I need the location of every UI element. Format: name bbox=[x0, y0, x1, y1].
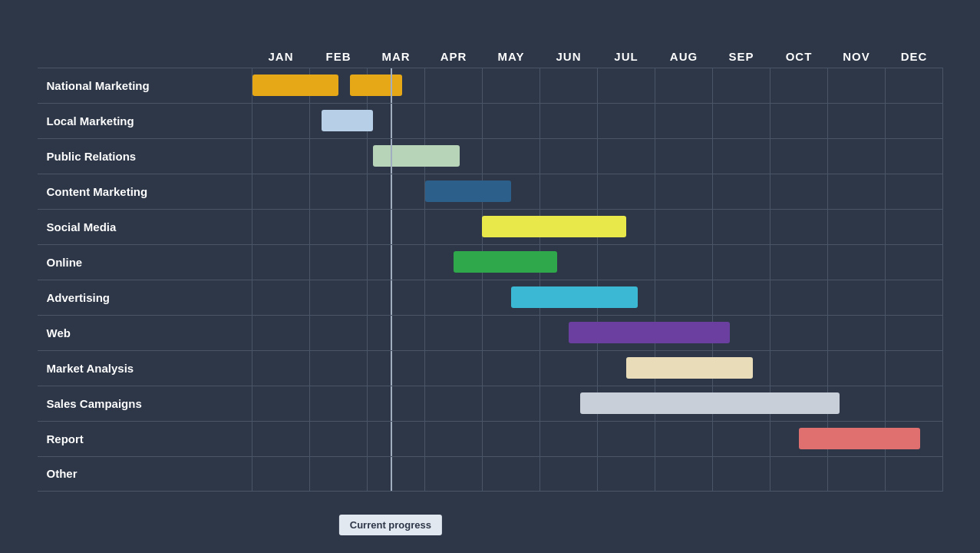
grid-cell bbox=[886, 316, 943, 350]
row-grid bbox=[252, 104, 943, 138]
grid-cell bbox=[252, 457, 310, 491]
grid-cell bbox=[483, 386, 540, 421]
grid-cell bbox=[598, 68, 655, 103]
gantt-row: Content Marketing bbox=[38, 174, 943, 209]
grid-cell bbox=[886, 280, 943, 315]
grid-cell bbox=[425, 351, 483, 386]
row-grid bbox=[252, 316, 943, 350]
grid-cell bbox=[425, 245, 483, 280]
grid-cell bbox=[310, 245, 368, 280]
grid-cell bbox=[252, 280, 310, 315]
grid-cell bbox=[598, 422, 655, 456]
grid-cell bbox=[252, 68, 310, 103]
grid-cell bbox=[540, 210, 598, 244]
grid-cell bbox=[655, 210, 713, 244]
grid-cell bbox=[252, 386, 310, 421]
grid-cell bbox=[655, 316, 713, 350]
grid-cell bbox=[713, 316, 770, 350]
row-label-local-marketing: Local Marketing bbox=[38, 104, 252, 138]
grid-cell bbox=[540, 174, 598, 209]
grid-cell bbox=[425, 386, 483, 421]
row-grid bbox=[252, 386, 943, 421]
months-header: JANFEBMARAPRMAYJUNJULAUGSEPOCTNOVDEC bbox=[252, 45, 943, 68]
grid-cell bbox=[713, 351, 770, 386]
grid-cell bbox=[425, 316, 483, 350]
grid-cell bbox=[828, 174, 886, 209]
grid-cell bbox=[828, 104, 886, 138]
gantt-row: Social Media bbox=[38, 209, 943, 244]
row-grid: Current progress bbox=[252, 457, 943, 491]
grid-cell bbox=[310, 316, 368, 350]
month-header-jan: JAN bbox=[252, 45, 310, 68]
grid-cell bbox=[828, 139, 886, 174]
month-header-oct: OCT bbox=[770, 45, 828, 68]
grid-cell bbox=[598, 139, 655, 174]
grid-cell bbox=[655, 386, 713, 421]
gantt-body: National MarketingLocal MarketingPublic … bbox=[38, 68, 943, 492]
grid-cell bbox=[540, 457, 598, 491]
grid-cell bbox=[598, 457, 655, 491]
grid-cell bbox=[828, 210, 886, 244]
grid-cell bbox=[368, 280, 425, 315]
grid-cell bbox=[368, 174, 425, 209]
month-header-nov: NOV bbox=[828, 45, 886, 68]
month-header-mar: MAR bbox=[368, 45, 425, 68]
gantt-row: Advertising bbox=[38, 280, 943, 315]
gantt-row: Sales Campaigns bbox=[38, 386, 943, 421]
grid-cell bbox=[310, 457, 368, 491]
grid-cell bbox=[655, 245, 713, 280]
grid-cell bbox=[540, 316, 598, 350]
grid-cell bbox=[655, 351, 713, 386]
grid-cell bbox=[252, 422, 310, 456]
grid-cell bbox=[655, 174, 713, 209]
grid-cell bbox=[540, 351, 598, 386]
grid-cell bbox=[310, 104, 368, 138]
row-label-other: Other bbox=[38, 457, 252, 491]
grid-cell bbox=[252, 316, 310, 350]
grid-cell bbox=[655, 139, 713, 174]
grid-cell bbox=[598, 351, 655, 386]
grid-cell bbox=[886, 174, 943, 209]
grid-cell bbox=[483, 174, 540, 209]
grid-cell bbox=[828, 457, 886, 491]
grid-cell bbox=[310, 174, 368, 209]
grid-cell bbox=[425, 457, 483, 491]
month-header-sep: SEP bbox=[713, 45, 770, 68]
grid-cell bbox=[483, 104, 540, 138]
grid-cell bbox=[598, 280, 655, 315]
grid-cell bbox=[886, 351, 943, 386]
row-label-social-media: Social Media bbox=[38, 210, 252, 244]
grid-cell bbox=[770, 457, 828, 491]
gantt-row: Web bbox=[38, 315, 943, 350]
grid-cell bbox=[310, 68, 368, 103]
grid-cell bbox=[655, 280, 713, 315]
grid-cell bbox=[252, 104, 310, 138]
month-header-apr: APR bbox=[425, 45, 483, 68]
grid-cell bbox=[540, 422, 598, 456]
gantt-wrapper: JANFEBMARAPRMAYJUNJULAUGSEPOCTNOVDEC Nat… bbox=[38, 45, 943, 492]
grid-cell bbox=[828, 422, 886, 456]
grid-cell bbox=[770, 316, 828, 350]
gantt-row: Online bbox=[38, 244, 943, 280]
row-label-market-analysis: Market Analysis bbox=[38, 351, 252, 386]
grid-cell bbox=[598, 386, 655, 421]
grid-cell bbox=[368, 210, 425, 244]
grid-cell bbox=[425, 174, 483, 209]
grid-cell bbox=[598, 245, 655, 280]
row-grid bbox=[252, 68, 943, 103]
grid-cell bbox=[598, 174, 655, 209]
grid-cell bbox=[483, 422, 540, 456]
grid-cell bbox=[368, 386, 425, 421]
grid-cell bbox=[483, 245, 540, 280]
month-header-jul: JUL bbox=[598, 45, 655, 68]
row-label-web: Web bbox=[38, 316, 252, 350]
chart-container: JANFEBMARAPRMAYJUNJULAUGSEPOCTNOVDEC Nat… bbox=[22, 16, 959, 538]
grid-cell bbox=[252, 139, 310, 174]
grid-cell bbox=[425, 68, 483, 103]
grid-cell bbox=[770, 280, 828, 315]
grid-cell bbox=[713, 174, 770, 209]
grid-cell bbox=[886, 210, 943, 244]
grid-cell bbox=[483, 351, 540, 386]
grid-cell bbox=[828, 386, 886, 421]
row-grid bbox=[252, 280, 943, 315]
